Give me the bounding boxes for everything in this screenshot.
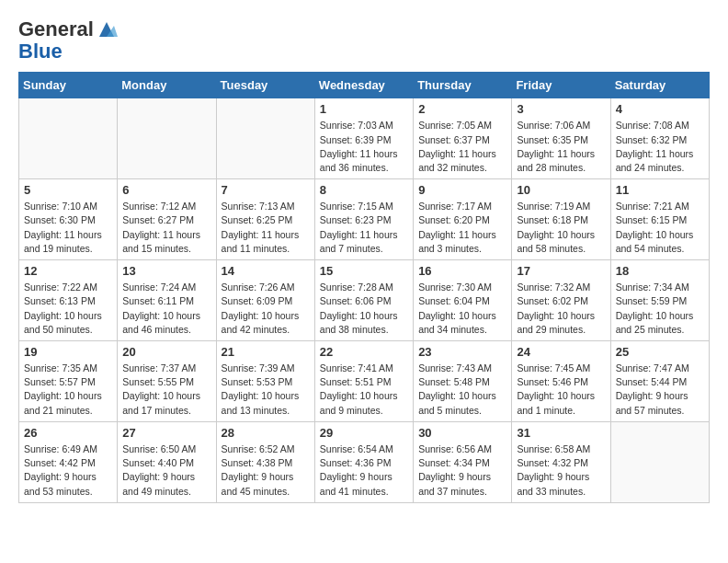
day-number: 31	[517, 426, 605, 440]
calendar-cell: 27Sunrise: 6:50 AM Sunset: 4:40 PM Dayli…	[118, 421, 216, 502]
calendar-cell: 20Sunrise: 7:37 AM Sunset: 5:55 PM Dayli…	[118, 341, 216, 422]
cell-info: Sunrise: 7:21 AM Sunset: 6:15 PM Dayligh…	[616, 200, 704, 256]
day-number: 10	[517, 183, 605, 197]
day-number: 27	[122, 426, 210, 440]
calendar-week-row: 1Sunrise: 7:03 AM Sunset: 6:39 PM Daylig…	[19, 98, 710, 179]
cell-info: Sunrise: 7:10 AM Sunset: 6:30 PM Dayligh…	[24, 200, 112, 256]
calendar-cell: 31Sunrise: 6:58 AM Sunset: 4:32 PM Dayli…	[512, 421, 610, 502]
day-number: 14	[222, 264, 310, 278]
calendar-cell: 8Sunrise: 7:15 AM Sunset: 6:23 PM Daylig…	[314, 179, 413, 260]
calendar-week-row: 19Sunrise: 7:35 AM Sunset: 5:57 PM Dayli…	[19, 341, 710, 422]
cell-info: Sunrise: 7:28 AM Sunset: 6:06 PM Dayligh…	[320, 281, 408, 337]
day-number: 3	[517, 102, 605, 116]
calendar-cell: 28Sunrise: 6:52 AM Sunset: 4:38 PM Dayli…	[216, 421, 314, 502]
day-number: 6	[122, 183, 210, 197]
weekday-header-wednesday: Wednesday	[314, 73, 413, 98]
day-number: 24	[517, 345, 605, 359]
weekday-header-friday: Friday	[512, 73, 610, 98]
calendar-cell: 24Sunrise: 7:45 AM Sunset: 5:46 PM Dayli…	[512, 341, 610, 422]
cell-info: Sunrise: 7:06 AM Sunset: 6:35 PM Dayligh…	[517, 119, 605, 175]
cell-info: Sunrise: 7:08 AM Sunset: 6:32 PM Dayligh…	[616, 119, 704, 175]
cell-info: Sunrise: 7:41 AM Sunset: 5:51 PM Dayligh…	[320, 362, 408, 418]
cell-info: Sunrise: 7:22 AM Sunset: 6:13 PM Dayligh…	[24, 281, 112, 337]
calendar-table: SundayMondayTuesdayWednesdayThursdayFrid…	[18, 72, 710, 502]
day-number: 7	[222, 183, 310, 197]
calendar-cell: 14Sunrise: 7:26 AM Sunset: 6:09 PM Dayli…	[216, 260, 314, 341]
day-number: 30	[418, 426, 506, 440]
day-number: 25	[616, 345, 704, 359]
calendar-cell: 15Sunrise: 7:28 AM Sunset: 6:06 PM Dayli…	[314, 260, 413, 341]
calendar-cell: 9Sunrise: 7:17 AM Sunset: 6:20 PM Daylig…	[414, 179, 512, 260]
cell-info: Sunrise: 7:24 AM Sunset: 6:11 PM Dayligh…	[122, 281, 210, 337]
cell-info: Sunrise: 7:03 AM Sunset: 6:39 PM Dayligh…	[320, 119, 408, 175]
day-number: 2	[418, 102, 506, 116]
calendar-cell: 10Sunrise: 7:19 AM Sunset: 6:18 PM Dayli…	[512, 179, 610, 260]
cell-info: Sunrise: 7:32 AM Sunset: 6:02 PM Dayligh…	[517, 281, 605, 337]
calendar-cell	[19, 98, 118, 179]
cell-info: Sunrise: 6:49 AM Sunset: 4:42 PM Dayligh…	[24, 442, 112, 499]
calendar-cell	[610, 421, 709, 502]
calendar-week-row: 5Sunrise: 7:10 AM Sunset: 6:30 PM Daylig…	[19, 179, 710, 260]
calendar-cell: 1Sunrise: 7:03 AM Sunset: 6:39 PM Daylig…	[314, 98, 413, 179]
day-number: 15	[320, 264, 408, 278]
logo-blue: Blue	[18, 40, 118, 63]
calendar-cell: 25Sunrise: 7:47 AM Sunset: 5:44 PM Dayli…	[610, 341, 709, 422]
calendar-cell: 23Sunrise: 7:43 AM Sunset: 5:48 PM Dayli…	[414, 341, 512, 422]
cell-info: Sunrise: 7:26 AM Sunset: 6:09 PM Dayligh…	[222, 281, 310, 337]
calendar-cell: 2Sunrise: 7:05 AM Sunset: 6:37 PM Daylig…	[414, 98, 512, 179]
calendar-cell: 13Sunrise: 7:24 AM Sunset: 6:11 PM Dayli…	[118, 260, 216, 341]
day-number: 11	[616, 183, 704, 197]
cell-info: Sunrise: 7:34 AM Sunset: 5:59 PM Dayligh…	[616, 281, 704, 337]
day-number: 29	[320, 426, 408, 440]
weekday-header-thursday: Thursday	[414, 73, 512, 98]
day-number: 5	[24, 183, 112, 197]
cell-info: Sunrise: 7:43 AM Sunset: 5:48 PM Dayligh…	[418, 362, 506, 418]
calendar-cell: 21Sunrise: 7:39 AM Sunset: 5:53 PM Dayli…	[216, 341, 314, 422]
cell-info: Sunrise: 7:30 AM Sunset: 6:04 PM Dayligh…	[418, 281, 506, 337]
day-number: 13	[122, 264, 210, 278]
calendar-cell: 30Sunrise: 6:56 AM Sunset: 4:34 PM Dayli…	[414, 421, 512, 502]
day-number: 16	[418, 264, 506, 278]
calendar-cell: 4Sunrise: 7:08 AM Sunset: 6:32 PM Daylig…	[610, 98, 709, 179]
day-number: 17	[517, 264, 605, 278]
cell-info: Sunrise: 7:35 AM Sunset: 5:57 PM Dayligh…	[24, 362, 112, 418]
cell-info: Sunrise: 7:15 AM Sunset: 6:23 PM Dayligh…	[320, 200, 408, 256]
cell-info: Sunrise: 7:05 AM Sunset: 6:37 PM Dayligh…	[418, 119, 506, 175]
calendar-cell: 19Sunrise: 7:35 AM Sunset: 5:57 PM Dayli…	[19, 341, 118, 422]
cell-info: Sunrise: 7:13 AM Sunset: 6:25 PM Dayligh…	[222, 200, 310, 256]
cell-info: Sunrise: 7:19 AM Sunset: 6:18 PM Dayligh…	[517, 200, 605, 256]
cell-info: Sunrise: 6:52 AM Sunset: 4:38 PM Dayligh…	[222, 442, 310, 499]
calendar-cell: 22Sunrise: 7:41 AM Sunset: 5:51 PM Dayli…	[314, 341, 413, 422]
calendar-cell: 7Sunrise: 7:13 AM Sunset: 6:25 PM Daylig…	[216, 179, 314, 260]
weekday-header-saturday: Saturday	[610, 73, 709, 98]
weekday-header-monday: Monday	[118, 73, 216, 98]
day-number: 19	[24, 345, 112, 359]
calendar-cell: 6Sunrise: 7:12 AM Sunset: 6:27 PM Daylig…	[118, 179, 216, 260]
cell-info: Sunrise: 7:17 AM Sunset: 6:20 PM Dayligh…	[418, 200, 506, 256]
day-number: 23	[418, 345, 506, 359]
calendar-header-row: SundayMondayTuesdayWednesdayThursdayFrid…	[19, 73, 710, 98]
calendar-cell: 11Sunrise: 7:21 AM Sunset: 6:15 PM Dayli…	[610, 179, 709, 260]
cell-info: Sunrise: 6:56 AM Sunset: 4:34 PM Dayligh…	[418, 442, 506, 499]
day-number: 12	[24, 264, 112, 278]
calendar-cell: 5Sunrise: 7:10 AM Sunset: 6:30 PM Daylig…	[19, 179, 118, 260]
weekday-header-sunday: Sunday	[19, 73, 118, 98]
cell-info: Sunrise: 7:45 AM Sunset: 5:46 PM Dayligh…	[517, 362, 605, 418]
day-number: 28	[222, 426, 310, 440]
day-number: 20	[122, 345, 210, 359]
day-number: 22	[320, 345, 408, 359]
calendar-cell: 18Sunrise: 7:34 AM Sunset: 5:59 PM Dayli…	[610, 260, 709, 341]
cell-info: Sunrise: 6:50 AM Sunset: 4:40 PM Dayligh…	[122, 442, 210, 499]
day-number: 8	[320, 183, 408, 197]
day-number: 1	[320, 102, 408, 116]
logo: General Blue	[18, 18, 118, 63]
cell-info: Sunrise: 7:12 AM Sunset: 6:27 PM Dayligh…	[122, 200, 210, 256]
day-number: 21	[222, 345, 310, 359]
calendar-cell: 17Sunrise: 7:32 AM Sunset: 6:02 PM Dayli…	[512, 260, 610, 341]
day-number: 9	[418, 183, 506, 197]
day-number: 4	[616, 102, 704, 116]
calendar-cell: 16Sunrise: 7:30 AM Sunset: 6:04 PM Dayli…	[414, 260, 512, 341]
weekday-header-tuesday: Tuesday	[216, 73, 314, 98]
cell-info: Sunrise: 7:37 AM Sunset: 5:55 PM Dayligh…	[122, 362, 210, 418]
cell-info: Sunrise: 6:58 AM Sunset: 4:32 PM Dayligh…	[517, 442, 605, 499]
